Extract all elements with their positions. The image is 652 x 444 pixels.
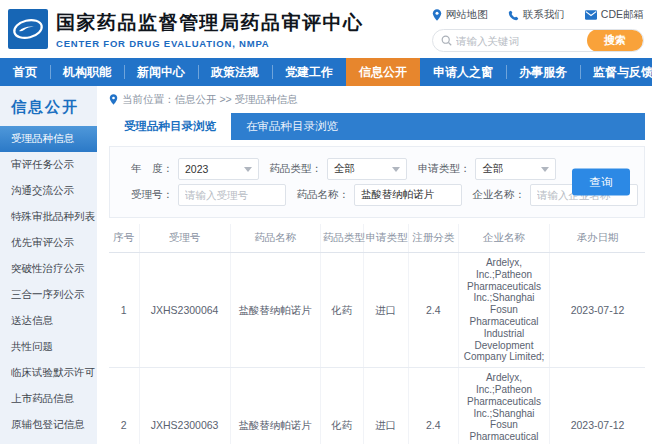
col-apply-type: 申请类型	[363, 224, 408, 253]
col-no: 序号	[109, 224, 139, 253]
results-table: 序号 受理号 药品名称 药品类型 申请类型 注册分类 企业名称 承办日期 1 J…	[109, 224, 645, 444]
tab-accepted-catalog[interactable]: 受理品种目录浏览	[109, 113, 231, 140]
cell-no: 1	[109, 253, 139, 368]
breadcrumb-pin-icon	[109, 94, 118, 107]
sidebar-item-priority-review[interactable]: 优先审评公示	[0, 230, 97, 256]
nav-item-services[interactable]: 办事服务	[506, 58, 580, 86]
year-select[interactable]: 2023	[178, 158, 259, 180]
sidebar-item-special-approval[interactable]: 特殊审批品种列表	[0, 204, 97, 230]
filter-panel: 年 度： 2023 药品类型： 全部 申请类型： 全部 受理号：	[109, 146, 645, 218]
col-accept-no: 受理号	[139, 224, 230, 253]
breadcrumb: 当前位置：信息公开 >> 受理品种信息	[109, 92, 645, 108]
nav-item-supervision-feedback[interactable]: 监督与反馈	[580, 58, 652, 86]
cell-apply-type: 进口	[363, 368, 408, 444]
cell-apply-type: 进口	[363, 253, 408, 368]
cell-reg-class: 2.4	[408, 368, 458, 444]
main-content: 当前位置：信息公开 >> 受理品种信息 受理品种目录浏览 在审品种目录浏览 年 …	[97, 86, 652, 444]
nav-item-news[interactable]: 新闻中心	[124, 58, 198, 86]
col-drug-name: 药品名称	[230, 224, 320, 253]
drug-type-select[interactable]: 全部	[327, 158, 408, 180]
company-label: 企业名称：	[470, 188, 530, 202]
header-right: 网站地图 联系我们 CDE邮箱 搜索	[432, 6, 644, 52]
search-icon	[441, 32, 452, 50]
table-row: 1 JXHS2300064 盐酸替纳帕诺片 化药 进口 2.4 Ardelyx,…	[109, 253, 645, 368]
mail-icon	[585, 10, 597, 20]
query-button[interactable]: 查询	[572, 169, 630, 196]
search-button[interactable]: 搜索	[587, 29, 643, 52]
sitemap-link[interactable]: 网站地图	[432, 8, 488, 22]
cell-no: 2	[109, 368, 139, 444]
cell-drug-type: 化药	[320, 253, 363, 368]
table-header-row: 序号 受理号 药品名称 药品类型 申请类型 注册分类 企业名称 承办日期	[109, 224, 645, 253]
site-header: 国家药品监督管理局药品审评中心 CENTER FOR DRUG EVALUATI…	[0, 0, 652, 58]
col-reg-class: 注册分类	[408, 224, 458, 253]
site-title-cn: 国家药品监督管理局药品审评中心	[56, 10, 432, 36]
cell-drug-type: 化药	[320, 368, 363, 444]
drug-name-input[interactable]	[354, 184, 462, 206]
sidebar-item-breakthrough-therapy[interactable]: 突破性治疗公示	[0, 256, 97, 282]
cell-drug-name: 盐酸替纳帕诺片	[230, 253, 320, 368]
apply-type-select-value: 全部	[482, 162, 503, 176]
main-nav: 首页 机构职能 新闻中心 政策法规 党建工作 信息公开 申请人之窗 办事服务 监…	[0, 58, 652, 86]
col-drug-type: 药品类型	[320, 224, 363, 253]
sidebar: 信息公开 受理品种信息 审评任务公示 沟通交流公示 特殊审批品种列表 优先审评公…	[0, 86, 97, 444]
sidebar-item-common-issues[interactable]: 共性问题	[0, 334, 97, 360]
nav-item-org-functions[interactable]: 机构职能	[50, 58, 124, 86]
table-row: 2 JXHS2300063 盐酸替纳帕诺片 化药 进口 2.4 Ardelyx,…	[109, 368, 645, 444]
sidebar-item-delivery-info[interactable]: 送达信息	[0, 308, 97, 334]
col-company: 企业名称	[458, 224, 549, 253]
accept-no-label: 受理号：	[118, 188, 178, 202]
contact-link[interactable]: 联系我们	[508, 8, 565, 22]
search-input[interactable]	[456, 35, 587, 47]
cde-logo-icon[interactable]	[8, 9, 48, 49]
cell-company: Ardelyx, Inc.;Patheon Pharmaceuticals In…	[458, 368, 549, 444]
drug-name-label: 药品名称：	[294, 188, 354, 202]
sidebar-item-drug-catalog[interactable]: 药品目录集信息	[0, 438, 97, 444]
phone-icon	[508, 10, 519, 21]
cell-date: 2023-07-12	[550, 368, 645, 444]
nav-item-home[interactable]: 首页	[0, 58, 50, 86]
sidebar-item-three-in-one[interactable]: 三合一序列公示	[0, 282, 97, 308]
chevron-down-icon	[244, 167, 252, 172]
tab-bar: 受理品种目录浏览 在审品种目录浏览	[109, 113, 645, 140]
chevron-down-icon	[392, 167, 400, 172]
sidebar-item-communication[interactable]: 沟通交流公示	[0, 178, 97, 204]
year-label: 年 度：	[118, 162, 178, 176]
apply-type-select[interactable]: 全部	[475, 158, 556, 180]
col-date: 承办日期	[550, 224, 645, 253]
sidebar-item-accepted-varieties[interactable]: 受理品种信息	[0, 126, 97, 152]
location-pin-icon	[432, 9, 442, 21]
cde-mail-label: CDE邮箱	[601, 8, 644, 22]
cde-mail-link[interactable]: CDE邮箱	[585, 8, 644, 22]
site-title-block: 国家药品监督管理局药品审评中心 CENTER FOR DRUG EVALUATI…	[56, 10, 432, 49]
top-links: 网站地图 联系我们 CDE邮箱	[432, 8, 644, 22]
chevron-down-icon	[541, 167, 549, 172]
drug-type-label: 药品类型：	[267, 162, 327, 176]
sidebar-item-marketed-drugs[interactable]: 上市药品信息	[0, 386, 97, 412]
apply-type-label: 申请类型：	[415, 162, 475, 176]
tab-under-review-catalog[interactable]: 在审品种目录浏览	[231, 113, 353, 140]
cell-date: 2023-07-12	[550, 253, 645, 368]
site-search: 搜索	[432, 29, 644, 52]
sidebar-title: 信息公开	[0, 95, 97, 126]
cell-company: Ardelyx, Inc.;Patheon Pharmaceuticals In…	[458, 253, 549, 368]
contact-label: 联系我们	[523, 8, 565, 22]
nav-item-applicant-window[interactable]: 申请人之窗	[420, 58, 506, 86]
cell-accept-no: JXHS2300063	[139, 368, 230, 444]
sitemap-label: 网站地图	[446, 8, 488, 22]
nav-item-party-building[interactable]: 党建工作	[272, 58, 346, 86]
nav-item-policies[interactable]: 政策法规	[198, 58, 272, 86]
sidebar-item-review-tasks[interactable]: 审评任务公示	[0, 152, 97, 178]
sidebar-item-excipients-registration[interactable]: 原辅包登记信息	[0, 412, 97, 438]
accept-no-input[interactable]	[178, 184, 286, 206]
sidebar-item-clinical-trial-license[interactable]: 临床试验默示许可	[0, 360, 97, 386]
cell-drug-name: 盐酸替纳帕诺片	[230, 368, 320, 444]
year-select-value: 2023	[185, 163, 208, 175]
drug-type-select-value: 全部	[334, 162, 355, 176]
cell-accept-no: JXHS2300064	[139, 253, 230, 368]
breadcrumb-text: 当前位置：信息公开 >> 受理品种信息	[122, 93, 298, 107]
nav-item-info-disclosure[interactable]: 信息公开	[346, 58, 420, 86]
cell-reg-class: 2.4	[408, 253, 458, 368]
site-title-en: CENTER FOR DRUG EVALUATION, NMPA	[56, 38, 432, 49]
